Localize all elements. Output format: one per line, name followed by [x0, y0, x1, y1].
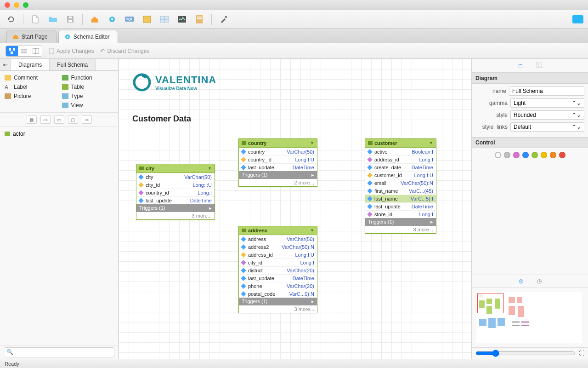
- field-row[interactable]: phoneVarChar(20): [239, 282, 317, 290]
- field-row[interactable]: postal_codeVarC...0):N: [239, 290, 317, 298]
- new-file-button[interactable]: [29, 13, 42, 26]
- minimap[interactable]: [472, 288, 588, 347]
- triggers-row[interactable]: Triggers (1)▸: [365, 218, 436, 226]
- color-swatch[interactable]: [504, 152, 510, 158]
- triggers-row[interactable]: Triggers (1)▸: [136, 204, 215, 212]
- field-row[interactable]: city_idLong:I:U: [136, 181, 215, 189]
- field-row[interactable]: last_updateDateTime: [239, 163, 317, 171]
- more-row[interactable]: 2 more...: [239, 179, 317, 186]
- field-row[interactable]: activeBoolean:I: [365, 148, 436, 155]
- mini-link-button[interactable]: ⊶: [40, 115, 51, 124]
- open-folder-button[interactable]: [46, 13, 59, 26]
- field-row[interactable]: address_idLong:I: [365, 155, 436, 163]
- mini-table-button[interactable]: ▭: [54, 115, 64, 124]
- view-columns-button[interactable]: [30, 46, 42, 56]
- more-row[interactable]: 3 more...: [239, 305, 317, 313]
- navigator-tab[interactable]: ◎: [519, 278, 523, 284]
- field-row[interactable]: countryVarChar(50): [239, 148, 317, 155]
- history-tab[interactable]: ◷: [537, 278, 542, 284]
- window-zoom-button[interactable]: [23, 2, 28, 8]
- mini-grid-button[interactable]: ▦: [27, 115, 37, 124]
- field-row[interactable]: country_idLong:I:U: [239, 155, 317, 163]
- forms-tool-button[interactable]: [141, 13, 153, 26]
- tab-schema-editor[interactable]: Schema Editor: [58, 30, 119, 43]
- tree-item-actor[interactable]: actor: [5, 130, 113, 138]
- grid-tool-button[interactable]: [158, 13, 171, 26]
- entity-city[interactable]: city▼cityVarChar(50)city_idLong:I:Ucount…: [136, 164, 215, 220]
- color-swatch[interactable]: [513, 152, 520, 158]
- field-row[interactable]: city_idLong:I: [239, 259, 317, 266]
- sql-tool-button[interactable]: SQL: [123, 13, 136, 26]
- entity-title: city: [146, 166, 154, 171]
- color-swatch[interactable]: [559, 152, 565, 158]
- monitor-tool-button[interactable]: [175, 13, 188, 26]
- field-row[interactable]: address2VarChar(50):N: [239, 243, 317, 251]
- palette-picture[interactable]: Picture: [5, 93, 57, 99]
- inspector-tab-objects[interactable]: ⿺: [537, 63, 542, 69]
- diagram-canvas[interactable]: VALENTINAVisualize Data Now Customer Dat…: [119, 59, 471, 359]
- field-row[interactable]: create_dateDateTime: [365, 163, 436, 171]
- color-swatch[interactable]: [531, 152, 538, 158]
- color-swatch[interactable]: [550, 152, 556, 158]
- field-row[interactable]: first_nameVarC...(45): [365, 187, 436, 195]
- mini-fit-button[interactable]: ▢: [68, 115, 78, 124]
- palette-label[interactable]: ALabel: [5, 84, 57, 90]
- inspector-tab-page[interactable]: ◻: [518, 63, 523, 69]
- field-row[interactable]: last_updateDateTime: [239, 274, 317, 282]
- view-list-button[interactable]: [18, 46, 30, 56]
- palette-table[interactable]: Table: [62, 84, 114, 90]
- field-row[interactable]: address_idLong:I:U: [239, 251, 317, 259]
- home-button[interactable]: [88, 13, 101, 26]
- palette-type[interactable]: Type: [62, 93, 114, 99]
- undo-button[interactable]: [5, 13, 17, 26]
- mini-align-button[interactable]: ⇔: [82, 115, 92, 124]
- field-row[interactable]: last_updateDateTime: [136, 196, 215, 204]
- entity-country[interactable]: country▼countryVarChar(50)country_idLong…: [238, 138, 317, 187]
- triggers-row[interactable]: Triggers (1)▸: [239, 171, 317, 179]
- field-row[interactable]: districtVarChar(20): [239, 266, 317, 274]
- field-row[interactable]: store_idLong:I: [365, 210, 436, 218]
- sidebar-collapse-button[interactable]: ⇤: [0, 59, 11, 70]
- diagram-name-input[interactable]: [509, 86, 584, 96]
- sidebar-tab-diagrams[interactable]: Diagrams: [11, 59, 50, 70]
- palette-function[interactable]: Function: [62, 75, 114, 81]
- field-row[interactable]: addressVarChar(50): [239, 235, 317, 243]
- color-swatch[interactable]: [495, 152, 501, 158]
- color-picker-button[interactable]: [217, 13, 230, 26]
- table-icon: [139, 167, 144, 170]
- field-row[interactable]: cityVarChar(50): [136, 173, 215, 181]
- field-icon: [241, 165, 246, 170]
- field-row[interactable]: emailVarChar(50):N: [365, 179, 436, 187]
- field-icon: [367, 188, 372, 193]
- window-close-button[interactable]: [5, 2, 10, 8]
- zoom-slider[interactable]: [475, 350, 575, 357]
- schema-tool-button[interactable]: [106, 13, 119, 26]
- color-swatch[interactable]: [541, 152, 547, 158]
- sidebar-tab-fullschema[interactable]: Full Schema: [50, 59, 96, 70]
- triggers-row[interactable]: Triggers (1)▸: [239, 298, 317, 305]
- more-row[interactable]: 3 more...: [136, 212, 215, 219]
- more-row[interactable]: 3 more...: [365, 226, 436, 233]
- search-input[interactable]: [4, 347, 114, 357]
- save-button[interactable]: [64, 13, 77, 26]
- entity-address[interactable]: address▼addressVarChar(50)address2VarCha…: [238, 226, 317, 313]
- window-minimize-button[interactable]: [14, 2, 19, 8]
- style-select[interactable]: Rounded⌃⌄: [510, 110, 584, 120]
- feedback-button[interactable]: [572, 15, 583, 23]
- tab-start-page[interactable]: Start Page: [6, 30, 57, 43]
- svg-rect-2: [69, 17, 72, 18]
- reports-tool-button[interactable]: [193, 13, 206, 26]
- field-row[interactable]: customer_idLong:I:U: [365, 171, 436, 179]
- field-row[interactable]: country_idLong:I: [136, 189, 215, 196]
- field-row[interactable]: last_updateDateTime: [365, 202, 436, 210]
- palette-view[interactable]: View: [62, 102, 114, 109]
- gamma-select[interactable]: Light⌃⌄: [510, 98, 584, 108]
- fit-button[interactable]: ⛶: [579, 350, 584, 356]
- color-swatch[interactable]: [522, 152, 529, 158]
- entity-customer[interactable]: customer▼activeBoolean:Iaddress_idLong:I…: [365, 138, 436, 234]
- palette-comment[interactable]: Comment: [5, 75, 57, 81]
- style-links-select[interactable]: Default⌃⌄: [510, 122, 584, 132]
- view-diagram-button[interactable]: [6, 46, 18, 56]
- field-row[interactable]: last_nameVarC...5):I: [365, 195, 436, 202]
- function-icon: [62, 75, 68, 80]
